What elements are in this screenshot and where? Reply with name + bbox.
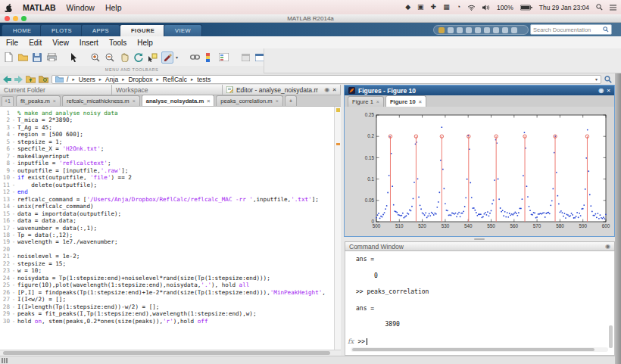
status-app-icon-4[interactable]: ▦ xyxy=(443,4,450,11)
editor-tab-refcalc_micathickness.m[interactable]: refcalc_micathickness.m× xyxy=(62,95,140,106)
status-app-icon-2[interactable]: ▣ xyxy=(417,4,424,11)
menubar-app-name[interactable]: MATLAB xyxy=(23,3,56,12)
link-plots-icon[interactable] xyxy=(189,51,201,64)
editor-minitab[interactable]: +1 xyxy=(2,96,14,106)
tab-close-icon[interactable]: × xyxy=(53,96,56,106)
console-prompt-row[interactable]: fx >> xyxy=(348,338,367,345)
insert-colorbar-icon[interactable] xyxy=(203,51,215,64)
menubar-window[interactable]: Window xyxy=(67,3,95,12)
qat-redo-icon[interactable] xyxy=(493,27,499,33)
tab-view[interactable]: VIEW xyxy=(164,24,202,36)
menubar-clock[interactable]: Thu 29 Jan 23:04 xyxy=(539,4,589,11)
back-icon[interactable] xyxy=(3,76,11,83)
qat-cut-icon[interactable] xyxy=(457,27,463,33)
tab-close-icon[interactable]: × xyxy=(207,96,210,106)
breadcrumb-field[interactable]: /▸Users▸Anja▸Dropbox▸ReflCalc▸tests ▾ xyxy=(51,75,601,84)
data-cursor-icon[interactable] xyxy=(147,51,159,64)
status-app-icon-3[interactable]: ✚ xyxy=(431,4,437,11)
breadcrumb-segment[interactable]: / xyxy=(67,76,68,83)
brush-dropdown-caret[interactable]: ▾ xyxy=(176,54,178,60)
brush-tool-icon[interactable] xyxy=(161,51,173,64)
figures-header[interactable]: Figures - Figure 10 ◉ × xyxy=(344,85,615,95)
editor-actions-icon[interactable]: ◉ xyxy=(324,87,329,93)
tab-close-icon[interactable]: × xyxy=(133,96,136,106)
status-app-icon-1[interactable]: ◆ xyxy=(405,4,410,11)
pan-icon[interactable] xyxy=(118,51,130,64)
tab-apps[interactable]: APPS xyxy=(81,24,120,36)
menubar-help[interactable]: Help xyxy=(105,3,122,12)
tab-close-icon[interactable]: × xyxy=(376,97,379,107)
tab-plots[interactable]: PLOTS xyxy=(40,24,83,36)
breadcrumb-segment[interactable]: tests xyxy=(197,76,211,83)
search-documentation-input[interactable]: Search Documentation xyxy=(530,24,612,35)
command-window[interactable]: ans = 0 >> peaks_correlation ans = 3890 … xyxy=(345,251,615,356)
fx-icon[interactable]: fx xyxy=(348,338,354,345)
qat-shortcut-icon[interactable] xyxy=(438,27,445,33)
editor-tab-analyse_noisydata.m[interactable]: analyse_noisydata.m× xyxy=(142,95,215,106)
qat-save-icon[interactable] xyxy=(448,27,454,33)
command-window-header[interactable]: Command Window ◉ xyxy=(345,241,615,251)
menu-item-edit[interactable]: Edit xyxy=(29,39,42,47)
figure-tab-Figure-10[interactable]: Figure 10× xyxy=(385,95,426,107)
menu-item-file[interactable]: File xyxy=(6,39,18,47)
clock-icon[interactable]: ◔ xyxy=(457,4,460,11)
workspace-header[interactable]: Workspace xyxy=(112,85,223,95)
rotate-3d-icon[interactable] xyxy=(133,51,145,64)
qat-switch-windows-icon[interactable] xyxy=(502,27,508,33)
notification-center-icon[interactable] xyxy=(610,5,616,11)
command-window-actions-icon[interactable]: ◉ xyxy=(605,244,610,250)
editor-message-ruler[interactable] xyxy=(334,107,341,350)
editor-warning-marker[interactable] xyxy=(336,143,340,145)
apple-menu-icon[interactable] xyxy=(5,3,12,12)
forward-icon[interactable] xyxy=(14,76,23,83)
editor-code-area[interactable]: 1% make and analyse noisy data2-T_mica =… xyxy=(0,107,341,353)
pointer-icon[interactable] xyxy=(67,51,80,64)
up-folder-icon[interactable] xyxy=(26,75,36,83)
browse-folder-icon[interactable] xyxy=(39,75,48,83)
open-folder-icon[interactable] xyxy=(17,51,29,64)
breadcrumb-segment[interactable]: Dropbox xyxy=(128,76,152,83)
breadcrumb-dropdown-caret[interactable]: ▾ xyxy=(595,76,598,82)
figures-actions-icon[interactable]: ◉ xyxy=(598,88,604,94)
figure-tab-Figure-1[interactable]: Figure 1× xyxy=(348,96,384,107)
qat-paste-icon[interactable] xyxy=(475,27,481,33)
breadcrumb-segment[interactable]: Anja xyxy=(105,76,118,83)
qat-undo-icon[interactable] xyxy=(484,27,490,33)
menu-item-insert[interactable]: Insert xyxy=(80,39,98,47)
editor-new-tab[interactable]: + xyxy=(285,95,297,106)
print-icon[interactable] xyxy=(45,51,58,64)
command-window-vscroll-thumb[interactable] xyxy=(609,325,613,348)
zoom-out-icon[interactable] xyxy=(104,51,116,64)
breadcrumb-segment[interactable]: ReflCalc xyxy=(163,76,187,83)
window-titlebar[interactable]: MATLAB R2014a xyxy=(0,14,621,23)
tab-close-icon[interactable]: × xyxy=(276,96,279,106)
tab-close-icon[interactable]: × xyxy=(419,97,422,107)
menu-item-tools[interactable]: Tools xyxy=(109,39,126,47)
insert-legend-icon[interactable] xyxy=(217,51,229,64)
editor-tab-peaks_correlation.m[interactable]: peaks_correlation.m× xyxy=(216,95,282,106)
current-folder-header[interactable]: Current Folder xyxy=(0,85,112,95)
zoom-in-icon[interactable] xyxy=(89,51,101,64)
qat-help-icon[interactable] xyxy=(511,27,517,33)
qat-copy-icon[interactable] xyxy=(466,27,472,33)
dock-figure-icon[interactable] xyxy=(239,51,251,64)
figures-close-icon[interactable]: × xyxy=(607,88,610,94)
editor-header[interactable]: Editor - analyse_noisydata.m ◉ × xyxy=(223,85,341,95)
spotlight-search-icon[interactable] xyxy=(596,4,603,11)
tab-figure[interactable]: FIGURE xyxy=(120,24,166,36)
command-window-hscroll-thumb[interactable] xyxy=(352,348,594,351)
volume-icon[interactable] xyxy=(482,5,490,11)
tab-home[interactable]: HOME xyxy=(2,24,43,36)
wifi-icon[interactable] xyxy=(467,5,476,11)
command-window-hscrollbar[interactable] xyxy=(351,347,608,352)
editor-close-icon[interactable]: × xyxy=(332,87,336,93)
menu-item-help[interactable]: Help xyxy=(137,39,153,47)
editor-messages-indicator[interactable] xyxy=(336,108,340,112)
breadcrumb-segment[interactable]: Users xyxy=(79,76,95,83)
search-folder-icon[interactable] xyxy=(604,76,612,83)
menu-item-view[interactable]: View xyxy=(52,39,69,47)
new-file-icon[interactable] xyxy=(2,51,14,64)
editor-hscrollbar[interactable] xyxy=(0,350,341,356)
save-icon[interactable] xyxy=(31,51,43,64)
editor-tab-fit_peaks.m[interactable]: fit_peaks.m× xyxy=(16,95,61,106)
